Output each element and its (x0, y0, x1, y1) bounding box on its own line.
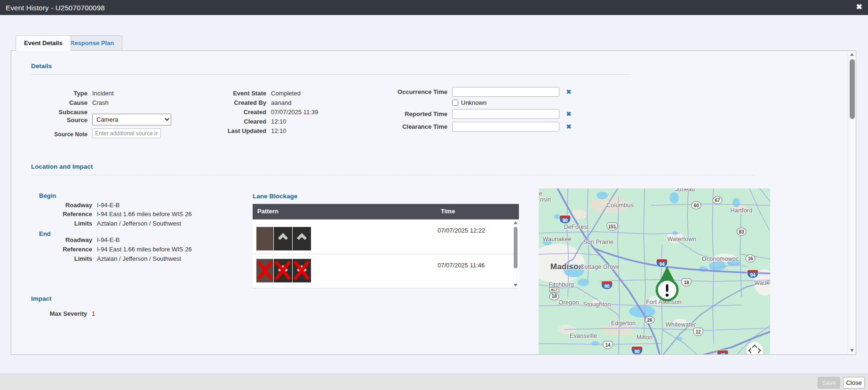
cause-label: Cause (31, 99, 88, 106)
max-severity-label: Max Severity (26, 310, 87, 317)
reported-time-input[interactable] (452, 109, 559, 119)
begin-limits-label: Limits (31, 220, 92, 227)
pan-left-icon[interactable] (748, 348, 753, 353)
scroll-up-icon[interactable] (850, 53, 854, 56)
scroll-down-icon[interactable] (514, 284, 518, 287)
created-by-label: Created By (210, 99, 266, 106)
route-shield-icon: 151 (607, 223, 618, 231)
map-label: Juneau (675, 188, 695, 193)
clear-clearance-icon[interactable]: ✖ (565, 122, 573, 132)
map-label: Watertown (667, 236, 696, 242)
end-reference-value: I-94 East 1.66 miles before WIS 26 (97, 246, 192, 253)
lane-blockage-table-header: Pattern Time (253, 204, 519, 219)
source-label: Source (31, 117, 88, 124)
divider (31, 175, 754, 175)
lane-blockage-time: 07/07/2025 12:22 (438, 227, 485, 234)
source-note-input[interactable] (92, 128, 161, 138)
lane-pattern (256, 259, 311, 282)
map-label: nsin (540, 196, 551, 203)
map-label: Evansville (570, 333, 597, 339)
lane-cell-lane-blocked (293, 259, 311, 282)
lane-blockage-time: 07/07/2025 11:46 (438, 262, 485, 269)
dialog-footer: Save Close (0, 374, 868, 390)
map-label: Wauke (754, 280, 770, 286)
begin-roadway-value: I-94-E-B (97, 202, 119, 209)
unknown-checkbox-row: Unknown (452, 99, 486, 106)
route-shield-icon: 14 (603, 341, 613, 349)
clear-reported-icon[interactable]: ✖ (565, 109, 573, 119)
route-shield-icon: ALT18 (549, 287, 559, 300)
reported-time-label: Reported Time (353, 110, 447, 117)
unknown-label: Unknown (461, 99, 486, 106)
lane-cell-lane-blocked (274, 259, 292, 282)
save-button[interactable]: Save (818, 377, 840, 389)
scrollbar-thumb[interactable] (514, 227, 518, 268)
event-marker-icon[interactable] (655, 266, 679, 302)
last-updated-value: 12:10 (271, 127, 287, 134)
cleared-value: 12:10 (271, 118, 287, 125)
lane-cell-shoulder-blocked (256, 259, 273, 282)
close-icon[interactable]: ✖ (856, 2, 862, 12)
time-column-header: Time (441, 208, 455, 215)
occurrence-time-label: Occurrence Time (353, 88, 447, 95)
end-limits-label: Limits (31, 255, 92, 262)
occurrence-time-input[interactable] (452, 87, 559, 97)
lane-chevron-icon (297, 233, 307, 243)
lane-blocked-icon (274, 259, 292, 282)
route-shield-icon: 16 (746, 255, 756, 263)
type-value: Incident (92, 90, 114, 97)
map-label: Cottage Grove (580, 264, 620, 270)
route-shield-alt-banner: ALT (549, 287, 559, 292)
route-shield-icon: 83 (737, 228, 747, 236)
begin-roadway-label: Roadway (31, 202, 92, 209)
event-location-map[interactable]: ensinColumbusDeForestWaunakeeSun Prairie… (539, 188, 770, 355)
map-label: Sun Prairie (583, 239, 613, 245)
details-heading: Details (31, 62, 52, 70)
lane-chevron-icon (278, 233, 288, 243)
lane-blocked-icon (293, 259, 311, 282)
begin-reference-label: Reference (31, 211, 92, 218)
cause-value: Crash (92, 99, 109, 106)
lane-cell-lane-open (274, 227, 292, 250)
pan-right-icon[interactable] (756, 348, 761, 353)
map-label: Oregon (559, 299, 579, 306)
dialog-title: Event History - U25070700098 (0, 4, 105, 12)
lane-blocked-icon (256, 259, 273, 282)
divider (31, 74, 631, 75)
source-note-label: Source Note (31, 131, 88, 138)
unknown-checkbox[interactable] (452, 100, 458, 106)
panel-scrollbar[interactable] (848, 51, 856, 354)
close-button[interactable]: Close (843, 377, 865, 389)
dialog-titlebar: Event History - U25070700098 ✖ (0, 0, 868, 15)
scrollbar-thumb[interactable] (850, 59, 855, 119)
route-shield-icon: 67 (713, 196, 723, 204)
route-shield: 18 (549, 293, 559, 300)
lane-blockage-row: 07/07/2025 11:46 (253, 255, 519, 289)
interstate-shield-icon: 90 (631, 346, 643, 355)
route-shield-icon: 12 (693, 328, 703, 336)
scroll-down-icon[interactable] (850, 349, 854, 352)
lane-blockage-table: Pattern Time 07/07/2025 12:22 07/07/2025… (253, 204, 519, 289)
lane-cell-lane-open (293, 227, 311, 250)
begin-reference-value: I-94 East 1.66 miles before WIS 26 (97, 211, 192, 218)
source-select[interactable]: Camera (92, 114, 171, 125)
interstate-shield-icon: 94 (747, 270, 759, 279)
map-label: Oconomowoc (702, 256, 739, 262)
map-label: Milton (637, 334, 653, 341)
map-label: Madison (550, 262, 583, 272)
map-label: Columbus (606, 202, 634, 209)
lane-pattern (256, 227, 311, 250)
scroll-up-icon[interactable] (514, 221, 518, 224)
clear-occurrence-icon[interactable]: ✖ (565, 87, 573, 97)
clearance-time-label: Clearance Time (353, 123, 447, 130)
pattern-column-header: Pattern (257, 208, 279, 215)
max-severity-value: 1 (92, 310, 95, 317)
lane-cell-shoulder-open (256, 227, 273, 250)
table-scrollbar[interactable] (513, 220, 518, 288)
tab-event-details[interactable]: Event Details (16, 35, 71, 51)
clearance-time-input[interactable] (452, 122, 559, 132)
event-state-value: Completed (271, 90, 301, 97)
impact-heading: Impact (31, 295, 52, 302)
event-state-label: Event State (210, 90, 266, 97)
map-label: Whitewater (666, 321, 696, 328)
